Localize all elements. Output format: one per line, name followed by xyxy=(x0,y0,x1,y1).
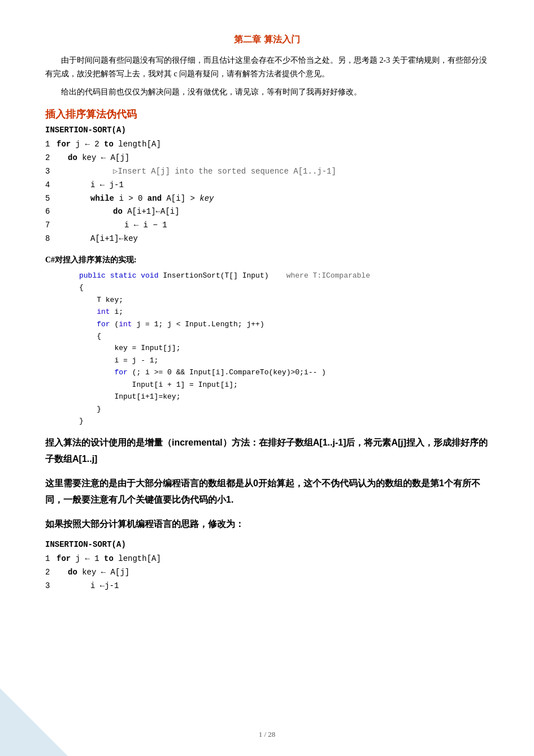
svg-marker-0 xyxy=(0,688,68,756)
algo-name-1: INSERTION-SORT(A) xyxy=(45,126,489,135)
pseudo-line-1: 1 for j ← 2 to length[A] xyxy=(45,138,489,152)
intro-paragraph-1: 由于时间问题有些问题没有写的很仔细，而且估计这里会存在不少不恰当之处。另，思考题… xyxy=(45,54,489,81)
code-line: { xyxy=(79,282,489,293)
line-content: ▷Insert A[j] into the sorted sequence A[… xyxy=(57,165,336,179)
line-content: A[i+1]←key xyxy=(57,232,138,246)
page-footer: 1 / 28 xyxy=(0,730,534,739)
chapter-title: 第二章 算法入门 xyxy=(45,34,489,46)
code-line: T key; xyxy=(79,294,489,306)
page-container: 第二章 算法入门 由于时间问题有些问题没有写的很仔细，而且估计这里会存在不少不恰… xyxy=(0,0,534,756)
code-line: { xyxy=(79,330,489,342)
code-block-1: public static void InsertionSort(T[] Inp… xyxy=(45,270,489,427)
pseudo-line-5: 5 while i > 0 and A[i] > key xyxy=(45,192,489,206)
pseudo2-line-3: 3 i ←j-1 xyxy=(45,580,489,593)
line-num: 2 xyxy=(45,566,57,580)
line-num: 1 xyxy=(45,552,57,566)
bold-paragraph-2: 这里需要注意的是由于大部分编程语言的数组都是从0开始算起，这个不伪代码认为的数组… xyxy=(45,476,489,508)
pseudo-line-6: 6 do A[i+1]←A[i] xyxy=(45,205,489,219)
pseudocode-block-1: 1 for j ← 2 to length[A] 2 do key ← A[j]… xyxy=(45,138,489,245)
line-content: i ← j-1 xyxy=(57,179,124,192)
pseudo-line-7: 7 i ← i − 1 xyxy=(45,219,489,232)
line-num: 7 xyxy=(45,219,57,232)
code-line: Input[i+1]=key; xyxy=(79,391,489,403)
line-num: 3 xyxy=(45,165,57,179)
intro-paragraph-2: 给出的代码目前也仅仅为解决问题，没有做优化，请见谅，等有时间了我再好好修改。 xyxy=(45,85,489,99)
line-content: for j ← 2 to length[A] xyxy=(57,138,161,152)
decoration-triangle xyxy=(0,688,68,756)
code-line: i = j - 1; xyxy=(79,355,489,366)
code-line: Input[i + 1] = Input[i]; xyxy=(79,379,489,391)
line-content: i ← i − 1 xyxy=(57,219,167,232)
pseudo2-line-2: 2 do key ← A[j] xyxy=(45,566,489,580)
line-num: 6 xyxy=(45,205,57,219)
code-line: for (; i >= 0 && Input[i].CompareTo(key)… xyxy=(79,366,489,378)
code-line: int i; xyxy=(79,306,489,318)
pseudo-line-2: 2 do key ← A[j] xyxy=(45,152,489,165)
page-number: 1 / 28 xyxy=(259,730,276,738)
line-content: do A[i+1]←A[i] xyxy=(57,205,180,219)
algo-name-2: INSERTION-SORT(A) xyxy=(45,540,489,549)
line-content: while i > 0 and A[i] > key xyxy=(57,192,214,206)
code-line: } xyxy=(79,415,489,427)
line-num: 8 xyxy=(45,232,57,246)
line-num: 3 xyxy=(45,580,57,593)
bold-paragraph-3: 如果按照大部分计算机编程语言的思路，修改为： xyxy=(45,516,489,533)
pseudo2-line-1: 1 for j ← 1 to length[A] xyxy=(45,552,489,566)
code-line: for (int j = 1; j < Input.Length; j++) xyxy=(79,318,489,330)
line-num: 4 xyxy=(45,179,57,192)
code-line: } xyxy=(79,403,489,415)
line-num: 2 xyxy=(45,152,57,165)
pseudo-line-4: 4 i ← j-1 xyxy=(45,179,489,192)
line-num: 5 xyxy=(45,192,57,206)
line-num: 1 xyxy=(45,138,57,152)
pseudocode-block-2: 1 for j ← 1 to length[A] 2 do key ← A[j]… xyxy=(45,552,489,593)
line-content: do key ← A[j] xyxy=(57,152,129,165)
subsection-heading-1: C#对捏入排序算法的实现: xyxy=(45,255,489,265)
code-line: key = Input[j]; xyxy=(79,342,489,354)
bold-paragraph-1: 捏入算法的设计使用的是增量（incremental）方法：在排好子数组A[1..… xyxy=(45,435,489,468)
line-content: i ←j-1 xyxy=(57,580,119,593)
pseudo-line-3: 3 ▷Insert A[j] into the sorted sequence … xyxy=(45,165,489,179)
code-line: public static void InsertionSort(T[] Inp… xyxy=(79,270,489,282)
line-content: do key ← A[j] xyxy=(57,566,129,580)
pseudo-line-8: 8 A[i+1]←key xyxy=(45,232,489,246)
line-content: for j ← 1 to length[A] xyxy=(57,552,161,566)
section-heading-1: 插入排序算法伪代码 xyxy=(45,107,489,121)
